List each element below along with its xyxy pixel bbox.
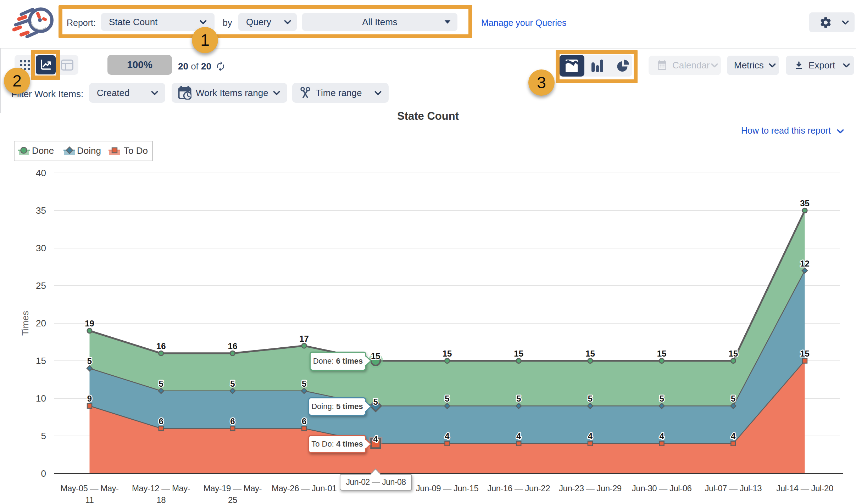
svg-text:0: 0 [41,468,46,479]
svg-text:12: 12 [800,259,810,268]
svg-text:15: 15 [443,349,452,358]
svg-text:May-26 — Jun-01: May-26 — Jun-01 [272,483,337,493]
svg-text:Doing: Doing [77,145,101,156]
svg-text:5: 5 [516,394,521,403]
svg-text:15: 15 [728,349,738,358]
svg-text:5: 5 [159,379,163,388]
svg-text:15: 15 [657,349,667,358]
svg-text:May-05 — May-: May-05 — May- [60,483,118,493]
svg-text:4: 4 [445,431,450,441]
svg-text:15: 15 [371,351,380,361]
svg-text:6: 6 [230,416,235,426]
svg-text:16: 16 [156,341,166,351]
svg-text:5: 5 [445,394,449,403]
svg-text:11: 11 [85,495,94,504]
svg-text:Jul-07 — Jul-13: Jul-07 — Jul-13 [705,483,762,493]
svg-text:6: 6 [302,416,306,426]
svg-text:15: 15 [585,349,595,358]
svg-text:Jun-16 — Jun-22: Jun-16 — Jun-22 [487,483,550,493]
svg-text:5: 5 [373,397,378,407]
svg-text:5: 5 [87,356,92,366]
svg-text:4: 4 [659,431,664,441]
svg-text:Jun-09 — Jun-15: Jun-09 — Jun-15 [416,483,479,493]
svg-text:30: 30 [36,243,46,253]
svg-text:9: 9 [87,394,92,403]
svg-text:40: 40 [36,168,46,178]
svg-text:4: 4 [731,431,736,441]
svg-text:15: 15 [800,349,810,358]
svg-text:Jul-14 — Jul-20: Jul-14 — Jul-20 [776,483,833,493]
svg-text:6: 6 [159,416,163,426]
svg-text:4: 4 [516,431,521,441]
svg-text:5: 5 [41,431,46,441]
svg-text:19: 19 [85,319,94,328]
svg-text:Done: Done [32,145,54,156]
svg-text:17: 17 [299,334,309,343]
svg-text:May-19 — May-: May-19 — May- [204,483,262,493]
svg-text:May-12 — May-: May-12 — May- [132,483,190,493]
svg-text:25: 25 [228,495,237,504]
svg-text:Times: Times [20,311,30,336]
svg-text:Jun-30 — Jul-06: Jun-30 — Jul-06 [632,483,692,493]
svg-text:To Do: To Do [124,145,148,156]
svg-text:4: 4 [373,434,378,444]
svg-text:5: 5 [302,379,306,388]
svg-text:5: 5 [659,394,664,403]
svg-text:10: 10 [36,393,46,404]
svg-text:20: 20 [36,318,46,329]
svg-text:5: 5 [588,394,593,403]
svg-text:15: 15 [36,355,46,366]
svg-text:Jun-23 — Jun-29: Jun-23 — Jun-29 [559,483,622,493]
svg-text:35: 35 [800,198,810,208]
svg-text:25: 25 [36,280,46,291]
svg-text:18: 18 [156,495,166,504]
svg-text:16: 16 [228,341,238,351]
svg-text:15: 15 [514,349,523,358]
svg-text:4: 4 [588,431,593,441]
svg-text:5: 5 [230,379,235,388]
svg-text:35: 35 [36,205,46,216]
svg-text:5: 5 [731,394,735,403]
